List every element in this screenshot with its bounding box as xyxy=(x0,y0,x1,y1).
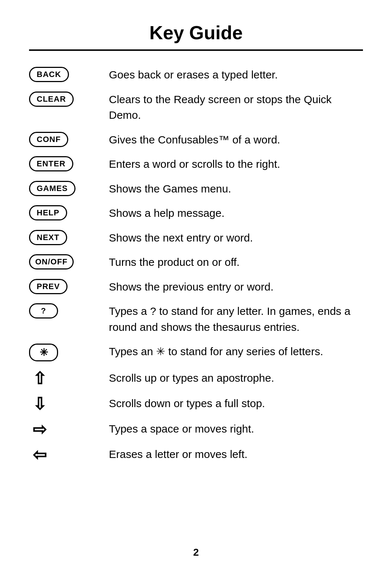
key-col: HELP xyxy=(29,204,109,220)
key-button-next: NEXT xyxy=(29,230,67,245)
key-description: Gives the Confusables™ of a word. xyxy=(109,130,363,148)
key-description: Scrolls up or types an apostrophe. xyxy=(109,369,363,386)
title-divider xyxy=(29,49,363,51)
key-button-help: HELP xyxy=(29,205,67,220)
key-col: ? xyxy=(29,302,109,319)
key-description: Types an ✳ to stand for any series of le… xyxy=(109,342,363,360)
key-description: Erases a letter or moves left. xyxy=(109,445,363,462)
key-row: CLEARClears to the Ready screen or stops… xyxy=(29,90,363,123)
key-col: ENTER xyxy=(29,155,109,171)
key-row: ?Types a ? to stand for any letter. In g… xyxy=(29,302,363,335)
key-list: BACKGoes back or erases a typed letter.C… xyxy=(29,65,363,470)
key-col: ✳ xyxy=(29,342,109,361)
key-icon-star: ✳ xyxy=(29,344,58,361)
key-col: ⇦ xyxy=(29,445,109,463)
key-arrow-14: ⇦ xyxy=(33,446,47,463)
key-description: Shows the next entry or word. xyxy=(109,228,363,246)
key-button-clear: CLEAR xyxy=(29,92,74,107)
key-description: Shows the Games menu. xyxy=(109,179,363,197)
key-col: ⇩ xyxy=(29,394,109,412)
key-col: GAMES xyxy=(29,179,109,196)
key-button--: ? xyxy=(29,303,58,319)
page: Key Guide BACKGoes back or erases a type… xyxy=(0,0,392,580)
page-title: Key Guide xyxy=(149,22,242,44)
key-row: ✳Types an ✳ to stand for any series of l… xyxy=(29,342,363,361)
key-button-games: GAMES xyxy=(29,181,75,196)
key-col: ⇧ xyxy=(29,369,109,387)
key-row: NEXTShows the next entry or word. xyxy=(29,228,363,246)
key-button-back: BACK xyxy=(29,67,69,82)
key-row: ⇦Erases a letter or moves left. xyxy=(29,445,363,463)
page-number: 2 xyxy=(193,532,199,558)
key-button-enter: ENTER xyxy=(29,156,73,171)
key-description: Scrolls down or types a full stop. xyxy=(109,394,363,411)
key-row: GAMESShows the Games menu. xyxy=(29,179,363,197)
key-description: Turns the product on or off. xyxy=(109,253,363,270)
key-row: ⇨Types a space or moves right. xyxy=(29,419,363,438)
key-col: NEXT xyxy=(29,228,109,245)
key-description: Goes back or erases a typed letter. xyxy=(109,65,363,83)
key-col: ON/OFF xyxy=(29,253,109,269)
key-row: ⇧Scrolls up or types an apostrophe. xyxy=(29,369,363,387)
key-arrow-12: ⇩ xyxy=(33,396,47,412)
key-row: ENTEREnters a word or scrolls to the rig… xyxy=(29,155,363,172)
key-col: CONF xyxy=(29,130,109,147)
key-col: BACK xyxy=(29,65,109,82)
key-col: PREV xyxy=(29,277,109,294)
key-row: PREVShows the previous entry or word. xyxy=(29,277,363,295)
key-description: Shows a help message. xyxy=(109,204,363,221)
key-description: Shows the previous entry or word. xyxy=(109,277,363,295)
key-description: Types a space or moves right. xyxy=(109,419,363,437)
key-col: CLEAR xyxy=(29,90,109,107)
key-description: Enters a word or scrolls to the right. xyxy=(109,155,363,172)
key-button-prev: PREV xyxy=(29,279,68,294)
key-row: ⇩Scrolls down or types a full stop. xyxy=(29,394,363,412)
key-button-conf: CONF xyxy=(29,132,68,147)
key-button-on-off: ON/OFF xyxy=(29,254,74,269)
key-arrow-13: ⇨ xyxy=(33,421,47,438)
key-description: Types a ? to stand for any letter. In ga… xyxy=(109,302,363,335)
key-description: Clears to the Ready screen or stops the … xyxy=(109,90,363,123)
key-col: ⇨ xyxy=(29,419,109,438)
key-row: HELPShows a help message. xyxy=(29,204,363,221)
key-arrow-11: ⇧ xyxy=(33,370,47,387)
key-row: CONFGives the Confusables™ of a word. xyxy=(29,130,363,148)
key-row: ON/OFFTurns the product on or off. xyxy=(29,253,363,270)
key-row: BACKGoes back or erases a typed letter. xyxy=(29,65,363,83)
